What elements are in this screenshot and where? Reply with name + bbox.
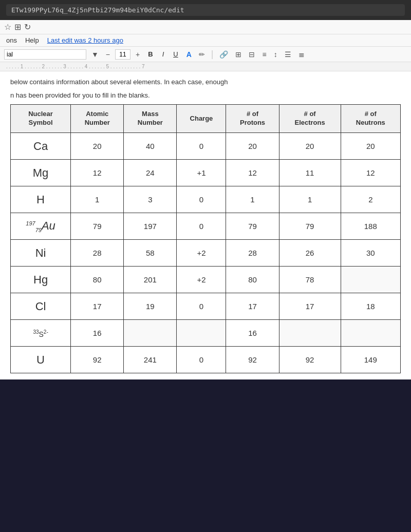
col-header-atomic-number: AtomicNumber xyxy=(71,105,124,133)
cell-symbol-7: 33S2- xyxy=(11,320,71,347)
cell-charge-7 xyxy=(177,320,226,347)
cell-neutrons-3: 188 xyxy=(341,213,400,240)
cell-protons-3: 79 xyxy=(226,213,279,240)
col-header-charge: Charge xyxy=(177,105,226,133)
menu-bar: ons Help Last edit was 2 hours ago xyxy=(0,34,411,47)
cell-mass_number-5: 201 xyxy=(124,267,177,293)
cell-symbol-3: 19779Au xyxy=(11,213,71,240)
cell-mass_number-1: 24 xyxy=(124,160,177,186)
cell-atomic_number-3: 79 xyxy=(71,213,124,240)
pencil-icon[interactable]: ✏ xyxy=(197,49,207,60)
cell-symbol-0: Ca xyxy=(11,133,71,160)
cell-protons-2: 1 xyxy=(226,186,279,213)
cell-symbol-1: Mg xyxy=(11,160,71,186)
url-bar[interactable]: ETw199PPyL76q_4Zj5nPtbi279m94beiY0dCnc/e… xyxy=(6,4,405,16)
toolbar: ☆ ⊞ ↻ xyxy=(0,20,411,34)
cell-electrons-0: 20 xyxy=(279,133,341,160)
cell-charge-2: 0 xyxy=(177,186,226,213)
cell-charge-5: +2 xyxy=(177,267,226,293)
cell-protons-6: 17 xyxy=(226,293,279,320)
list2-icon[interactable]: ≣ xyxy=(296,49,307,60)
table-row: U9224109292149 xyxy=(11,347,401,373)
col-header-protons: # ofProtons xyxy=(226,105,279,133)
cell-protons-5: 80 xyxy=(226,267,279,293)
menu-ons[interactable]: ons xyxy=(6,36,17,44)
cell-atomic_number-7: 16 xyxy=(71,320,124,347)
cell-atomic_number-0: 20 xyxy=(71,133,124,160)
table-row: Mg1224+1121112 xyxy=(11,160,401,186)
col-header-nuclear-symbol: NuclearSymbol xyxy=(11,105,71,133)
cell-charge-8: 0 xyxy=(177,347,226,373)
cell-atomic_number-4: 28 xyxy=(71,240,124,267)
comment-icon[interactable]: ⊞ xyxy=(233,49,244,60)
align-icon[interactable]: ≡ xyxy=(260,49,268,60)
intro-line2: n has been provided for you to fill in t… xyxy=(10,91,401,100)
table-row: Ni2858+2282630 xyxy=(11,240,401,267)
link-icon[interactable]: 🔗 xyxy=(217,49,230,60)
refresh-icon[interactable]: ↻ xyxy=(24,22,31,32)
cell-electrons-4: 26 xyxy=(279,240,341,267)
cell-symbol-4: Ni xyxy=(11,240,71,267)
table-row: H130112 xyxy=(11,186,401,213)
col-header-mass-number: MassNumber xyxy=(124,105,177,133)
cell-electrons-3: 79 xyxy=(279,213,341,240)
font-plus-icon[interactable]: + xyxy=(134,49,142,60)
ruler-text: . . . . . 1 . . . . . . 2 . . . . . . 3 … xyxy=(6,64,145,69)
cell-atomic_number-1: 12 xyxy=(71,160,124,186)
table-row: Cl17190171718 xyxy=(11,293,401,320)
cell-neutrons-0: 20 xyxy=(341,133,400,160)
browser-chrome: ETw199PPyL76q_4Zj5nPtbi279m94beiY0dCnc/e… xyxy=(0,0,411,20)
font-family-input[interactable] xyxy=(4,49,86,60)
image-icon[interactable]: ⊟ xyxy=(247,49,257,60)
symbol-gold: 19779Au xyxy=(26,219,55,233)
star-icon[interactable]: ☆ xyxy=(4,22,11,32)
format-bar: ▼ − + B I U A ✏ | 🔗 ⊞ ⊟ ≡ ↕ ☰ ≣ xyxy=(0,47,411,62)
cell-symbol-5: Hg xyxy=(11,267,71,293)
cell-electrons-2: 1 xyxy=(279,186,341,213)
cell-neutrons-6: 18 xyxy=(341,293,400,320)
cell-electrons-7 xyxy=(279,320,341,347)
cell-protons-8: 92 xyxy=(226,347,279,373)
col-header-neutrons: # ofNeutrons xyxy=(341,105,400,133)
table-row: Hg80201+28078 xyxy=(11,267,401,293)
list1-icon[interactable]: ☰ xyxy=(283,49,293,60)
cell-mass_number-7 xyxy=(124,320,177,347)
font-minus-icon[interactable]: − xyxy=(104,49,112,60)
underline-button[interactable]: U xyxy=(170,49,181,59)
text-color-button[interactable]: A xyxy=(184,49,194,60)
cell-electrons-5: 78 xyxy=(279,267,341,293)
italic-button[interactable]: I xyxy=(159,49,167,59)
lineheight-icon[interactable]: ↕ xyxy=(272,49,279,60)
cell-mass_number-6: 19 xyxy=(124,293,177,320)
cell-symbol-6: Cl xyxy=(11,293,71,320)
table-header-row: NuclearSymbol AtomicNumber MassNumber Ch… xyxy=(11,105,401,133)
cell-charge-3: 0 xyxy=(177,213,226,240)
cell-atomic_number-2: 1 xyxy=(71,186,124,213)
font-dropdown-icon[interactable]: ▼ xyxy=(89,49,101,60)
last-edit-info: Last edit was 2 hours ago xyxy=(47,36,123,44)
menu-help[interactable]: Help xyxy=(25,36,39,44)
cell-protons-4: 28 xyxy=(226,240,279,267)
elements-table: NuclearSymbol AtomicNumber MassNumber Ch… xyxy=(10,104,401,373)
cell-charge-1: +1 xyxy=(177,160,226,186)
cell-mass_number-0: 40 xyxy=(124,133,177,160)
cell-mass_number-4: 58 xyxy=(124,240,177,267)
cell-atomic_number-8: 92 xyxy=(71,347,124,373)
cell-neutrons-4: 30 xyxy=(341,240,400,267)
cell-electrons-6: 17 xyxy=(279,293,341,320)
cell-protons-0: 20 xyxy=(226,133,279,160)
cell-charge-0: 0 xyxy=(177,133,226,160)
cell-neutrons-1: 12 xyxy=(341,160,400,186)
symbol-sulfur: 33S2- xyxy=(33,329,48,338)
table-row: 33S2-1616 xyxy=(11,320,401,347)
cell-neutrons-2: 2 xyxy=(341,186,400,213)
table-row: 19779Au7919707979188 xyxy=(11,213,401,240)
bold-button[interactable]: B xyxy=(145,49,156,59)
cell-atomic_number-5: 80 xyxy=(71,267,124,293)
cell-mass_number-8: 241 xyxy=(124,347,177,373)
grid-icon[interactable]: ⊞ xyxy=(14,22,21,32)
cell-neutrons-5 xyxy=(341,267,400,293)
cell-electrons-1: 11 xyxy=(279,160,341,186)
font-size-input[interactable] xyxy=(115,49,130,60)
intro-line1: below contains information about several… xyxy=(10,78,401,87)
